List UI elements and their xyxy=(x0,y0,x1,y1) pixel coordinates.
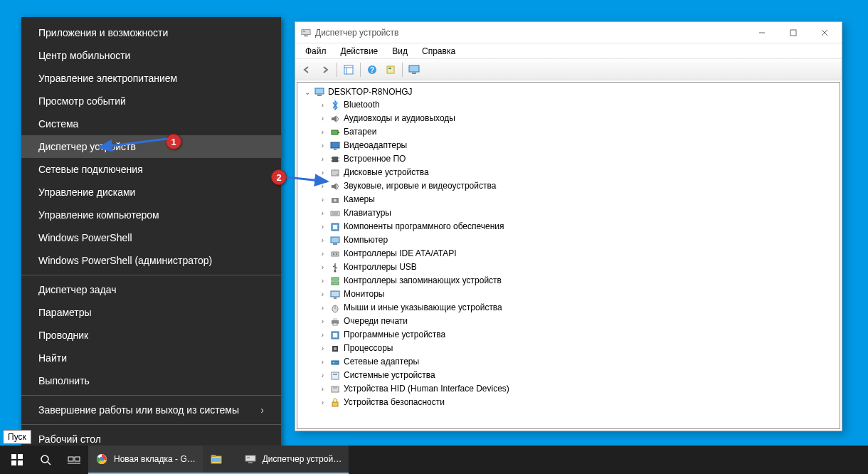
tree-node[interactable]: ›Камеры xyxy=(302,193,835,206)
context-menu-item[interactable]: Проводник xyxy=(21,324,281,347)
close-button[interactable] xyxy=(809,23,840,43)
context-menu-item[interactable]: Диспетчер задач xyxy=(21,278,281,301)
tree-node[interactable]: ›Встроенное ПО xyxy=(302,152,835,166)
tree-node[interactable]: ›Видеоадаптеры xyxy=(302,139,835,152)
expand-icon[interactable]: › xyxy=(319,180,327,192)
expand-icon[interactable]: › xyxy=(319,126,327,138)
expand-icon[interactable]: › xyxy=(319,167,327,179)
taskbar-entry[interactable]: Новая вкладка - G… xyxy=(88,446,203,474)
context-menu-item[interactable]: Сетевые подключения xyxy=(21,158,281,181)
tree-node[interactable]: ›Компьютер xyxy=(302,233,835,247)
expand-icon[interactable]: › xyxy=(319,112,327,125)
nav-forward-icon[interactable] xyxy=(317,61,334,78)
svg-rect-12 xyxy=(387,66,394,73)
tree-node[interactable]: ›Процессоры xyxy=(302,342,835,355)
help-icon[interactable]: ? xyxy=(364,61,381,78)
tree-node[interactable]: ›Звуковые, игровые и видеоустройства xyxy=(302,179,835,193)
collapse-icon[interactable]: ⌄ xyxy=(303,88,311,96)
context-menu-item[interactable]: Приложения и возможности xyxy=(21,21,281,44)
context-menu-item[interactable]: Завершение работы или выход из системы› xyxy=(21,399,281,421)
context-menu-label: Управление дисками xyxy=(38,186,135,198)
context-menu-item[interactable]: Найти xyxy=(21,347,281,369)
explorer-icon xyxy=(210,453,223,465)
minimize-button[interactable] xyxy=(746,23,778,43)
expand-icon[interactable]: › xyxy=(319,356,327,368)
expand-icon[interactable]: › xyxy=(319,329,327,341)
context-menu-item[interactable]: Управление электропитанием xyxy=(21,67,281,90)
expand-icon[interactable]: › xyxy=(319,248,327,260)
svg-rect-17 xyxy=(317,95,322,96)
tree-node[interactable]: ›Мониторы xyxy=(302,288,835,301)
svg-rect-4 xyxy=(790,30,796,36)
tree-node[interactable]: ›Системные устройства xyxy=(302,369,835,382)
security-icon xyxy=(329,397,341,409)
svg-rect-1 xyxy=(303,31,306,32)
task-view-button[interactable] xyxy=(60,446,88,474)
maximize-button[interactable] xyxy=(778,23,809,43)
expand-icon[interactable]: › xyxy=(319,261,327,273)
context-menu-item[interactable]: Диспетчер устройств xyxy=(21,135,281,158)
svg-rect-64 xyxy=(332,402,338,406)
view-tree-icon[interactable] xyxy=(340,61,357,78)
tree-node[interactable]: ›Мыши и иные указывающие устройства xyxy=(302,301,835,315)
expand-icon[interactable]: › xyxy=(319,221,327,233)
nav-back-icon[interactable] xyxy=(298,61,315,78)
tree-node[interactable]: ›Устройства HID (Human Interface Devices… xyxy=(302,382,835,396)
tree-node[interactable]: ›Дисковые устройства xyxy=(302,166,835,179)
expand-icon[interactable]: › xyxy=(319,342,327,354)
properties-icon[interactable] xyxy=(382,61,399,78)
expand-icon[interactable]: › xyxy=(319,194,327,206)
menu-item[interactable]: Вид xyxy=(386,45,413,58)
context-menu-item[interactable]: Просмотр событий xyxy=(21,90,281,112)
tree-node[interactable]: ›Контроллеры IDE ATA/ATAPI xyxy=(302,247,835,260)
context-menu-item[interactable]: Управление дисками xyxy=(21,181,281,204)
menu-item[interactable]: Действие xyxy=(335,45,384,58)
expand-icon[interactable]: › xyxy=(319,99,327,111)
expand-icon[interactable]: › xyxy=(319,302,327,314)
svg-rect-20 xyxy=(338,132,339,133)
menu-item[interactable]: Справка xyxy=(416,45,461,58)
context-menu-item[interactable]: Параметры xyxy=(21,301,281,324)
tree-node[interactable]: ›Аудиовходы и аудиовыходы xyxy=(302,112,835,125)
tree-node[interactable]: ›Клавиатуры xyxy=(302,206,835,220)
menu-item[interactable]: Файл xyxy=(300,45,332,58)
start-button[interactable] xyxy=(3,446,31,474)
svg-rect-47 xyxy=(334,297,337,299)
tree-node[interactable]: ›Программные устройства xyxy=(302,328,835,342)
titlebar[interactable]: Диспетчер устройств xyxy=(295,22,842,43)
context-menu-item[interactable]: Система xyxy=(21,112,281,135)
context-menu-item[interactable]: Центр мобильности xyxy=(21,44,281,67)
expand-icon[interactable]: › xyxy=(319,396,327,409)
expand-icon[interactable]: › xyxy=(319,139,327,152)
expand-icon[interactable]: › xyxy=(319,315,327,327)
context-menu-item[interactable]: Windows PowerShell (администратор) xyxy=(21,249,281,272)
context-menu-item[interactable]: Управление компьютером xyxy=(21,204,281,226)
tree-node[interactable]: ›Контроллеры запоминающих устройств xyxy=(302,274,835,288)
expand-icon[interactable]: › xyxy=(319,288,327,300)
expand-icon[interactable]: › xyxy=(319,369,327,381)
expand-icon[interactable]: › xyxy=(319,234,327,246)
context-menu-item[interactable]: Windows PowerShell xyxy=(21,226,281,249)
tree-node[interactable]: ›Контроллеры USB xyxy=(302,260,835,274)
svg-marker-18 xyxy=(332,115,337,122)
tree-root[interactable]: ⌄DESKTOP-R8NOHGJ xyxy=(302,85,835,98)
svg-rect-70 xyxy=(18,460,23,465)
separator xyxy=(21,275,281,275)
expand-icon[interactable]: › xyxy=(319,275,327,287)
tree-node[interactable]: ›Устройства безопасности xyxy=(302,396,835,409)
tree-node[interactable]: ›Очереди печати xyxy=(302,315,835,328)
taskbar-entry[interactable] xyxy=(203,446,237,474)
expand-icon[interactable]: › xyxy=(319,153,327,165)
search-button[interactable] xyxy=(31,446,60,474)
device-tree[interactable]: ⌄DESKTOP-R8NOHGJ›Bluetooth›Аудиовходы и … xyxy=(297,82,840,429)
tree-node[interactable]: ›Bluetooth xyxy=(302,98,835,112)
expand-icon[interactable]: › xyxy=(319,207,327,219)
svg-line-72 xyxy=(48,462,51,465)
context-menu-item[interactable]: Выполнить xyxy=(21,369,281,392)
tree-node[interactable]: ›Батареи xyxy=(302,125,835,139)
monitor-icon[interactable] xyxy=(406,61,423,78)
expand-icon[interactable]: › xyxy=(319,383,327,395)
tree-node[interactable]: ›Компоненты программного обеспечения xyxy=(302,220,835,233)
tree-node[interactable]: ›Сетевые адаптеры xyxy=(302,355,835,369)
taskbar-entry[interactable]: Диспетчер устрой… xyxy=(237,446,349,474)
